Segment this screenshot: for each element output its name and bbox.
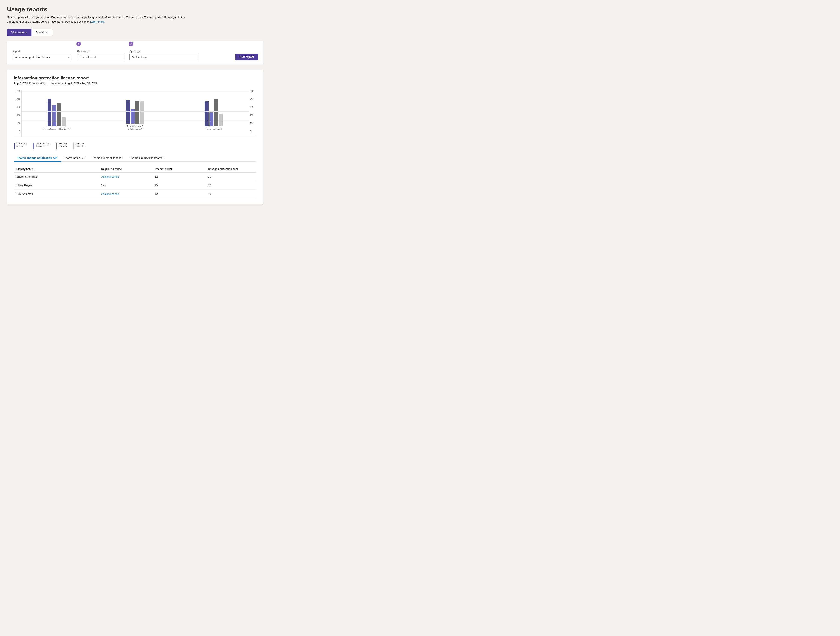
- sub-tab-patch-api[interactable]: Teams patch API: [61, 155, 89, 162]
- chart-legend: Users with licenseUsers without licenseS…: [14, 140, 256, 149]
- table-header: Display name ↓ Required license Attempt …: [14, 166, 256, 172]
- apps-input[interactable]: [129, 54, 198, 60]
- report-label: Report: [12, 50, 72, 53]
- legend-item-2: Seeded capacity: [56, 142, 67, 149]
- y-axis-left: 30k 24k 18k 12k 6k 0: [14, 90, 21, 137]
- legend-color-0: [14, 142, 14, 149]
- report-select-wrapper: Information protection license ⌄: [12, 54, 72, 60]
- bar-0-1: [52, 105, 56, 126]
- sub-tab-export-teams[interactable]: Teams export APIs (teams): [127, 155, 167, 162]
- date-range-label: Date range: [77, 50, 124, 53]
- apps-label: Apps: [129, 50, 135, 53]
- bars-row-1: [126, 89, 144, 124]
- cell-attempt-count-2: 12: [152, 189, 205, 198]
- cell-display-name-0: Babak Shammas: [14, 172, 99, 181]
- bar-0-2: [57, 103, 61, 126]
- cell-display-name-1: Hilary Reyes: [14, 181, 99, 189]
- report-card-title: Information protection license report: [14, 76, 256, 80]
- legend-item-1: Users without license: [33, 142, 50, 149]
- legend-color-3: [73, 142, 74, 149]
- bar-group-label-0: Teams change notification API: [42, 128, 71, 131]
- bar-2-2: [214, 99, 218, 126]
- cell-notification-sent-0: 10: [205, 172, 256, 181]
- report-date-range: Aug 1, 2021 - Aug 30, 2021: [65, 82, 97, 85]
- cell-required-license-1: Yes: [99, 181, 152, 189]
- table-header-row: Display name ↓ Required license Attempt …: [14, 166, 256, 172]
- sub-tab-change-notification[interactable]: Teams change notification API: [14, 155, 61, 162]
- date-range-group: 1 Date range: [77, 46, 124, 60]
- bar-0-3: [62, 117, 66, 126]
- legend-color-1: [33, 142, 34, 149]
- table-body: Babak ShammasAssign license1210Hilary Re…: [14, 172, 256, 198]
- bar-1-1: [131, 109, 134, 124]
- y-axis-right: 500 400 300 200 100 0: [249, 90, 256, 137]
- report-select[interactable]: Information protection license: [12, 54, 72, 60]
- legend-label-0: Users with license: [16, 142, 27, 147]
- bars-row-0: [47, 92, 66, 126]
- col-display-name: Display name ↓: [14, 166, 99, 172]
- sub-tab-export-chat[interactable]: Teams export APIs (chat): [88, 155, 126, 162]
- table-row: Babak ShammasAssign license1210: [14, 172, 256, 181]
- col-attempt-count: Attempt count: [152, 166, 205, 172]
- legend-item-0: Users with license: [14, 142, 27, 149]
- data-table: Display name ↓ Required license Attempt …: [14, 166, 256, 198]
- sort-arrow-icon: ↓: [35, 168, 36, 170]
- bar-group-1: Teams export API (chat + teams): [100, 89, 170, 131]
- cell-required-license-2: Assign license: [99, 189, 152, 198]
- cell-display-name-2: Roy Appleton: [14, 189, 99, 198]
- bar-group-label-1: Teams export API (chat + teams): [127, 125, 144, 131]
- form-row: Report Information protection license ⌄ …: [7, 41, 263, 65]
- learn-more-link[interactable]: Learn more: [90, 20, 104, 24]
- apps-group: 2 Apps i: [129, 46, 198, 60]
- chart-area: 30k 24k 18k 12k 6k 0 Teams change notifi…: [14, 90, 256, 137]
- cell-notification-sent-1: 10: [205, 181, 256, 189]
- assign-license-link-2[interactable]: Assign license: [101, 192, 119, 196]
- bar-1-0: [126, 100, 130, 124]
- cell-notification-sent-2: 10: [205, 189, 256, 198]
- step-2-badge: 2: [129, 41, 133, 46]
- page-description: Usage reports will help you create diffe…: [7, 16, 191, 24]
- bar-2-0: [205, 101, 208, 126]
- apps-info-icon[interactable]: i: [137, 50, 139, 53]
- bar-1-3: [140, 101, 144, 124]
- col-notification-sent: Change notification sent: [205, 166, 256, 172]
- bar-2-3: [219, 114, 223, 126]
- page-container: Usage reports Usage reports will help yo…: [0, 0, 270, 210]
- bar-2-1: [209, 112, 213, 126]
- legend-item-3: Utilized capacity: [73, 142, 84, 149]
- report-group: Report Information protection license ⌄: [12, 50, 72, 60]
- bar-group-0: Teams change notification API: [22, 92, 92, 131]
- cell-attempt-count-1: 13: [152, 181, 205, 189]
- legend-label-2: Seeded capacity: [59, 142, 67, 147]
- table-row: Roy AppletonAssign license1210: [14, 189, 256, 198]
- sub-tabs: Teams change notification APITeams patch…: [14, 155, 256, 162]
- table-row: Hilary ReyesYes1310: [14, 181, 256, 189]
- tab-view-reports[interactable]: View reports: [7, 29, 31, 36]
- cell-required-license-0: Assign license: [99, 172, 152, 181]
- date-range-input[interactable]: [77, 54, 124, 60]
- cell-attempt-count-0: 12: [152, 172, 205, 181]
- page-title: Usage reports: [7, 6, 263, 13]
- step-1-badge: 1: [76, 41, 81, 46]
- bar-1-2: [136, 101, 139, 124]
- report-card: Information protection license report Au…: [7, 69, 263, 204]
- assign-license-link-0[interactable]: Assign license: [101, 175, 119, 178]
- tab-bar: View reports Download: [7, 29, 263, 36]
- chart-inner: Teams change notification APITeams expor…: [21, 90, 249, 137]
- legend-color-2: [56, 142, 57, 149]
- run-report-button[interactable]: Run report: [235, 54, 258, 60]
- bar-0-0: [47, 99, 51, 126]
- legend-label-3: Utilized capacity: [76, 142, 84, 147]
- bar-group-label-2: Teams patch API: [205, 128, 222, 131]
- report-meta: Aug 7, 2021 11:59 am (PT) | Date range: …: [14, 82, 256, 85]
- bars-row-2: [205, 92, 223, 126]
- report-time: 11:59 am (PT): [29, 82, 45, 85]
- report-date: Aug 7, 2021: [14, 82, 28, 85]
- tab-download[interactable]: Download: [31, 29, 53, 36]
- col-required-license: Required license: [99, 166, 152, 172]
- bar-group-2: Teams patch API: [179, 92, 249, 131]
- legend-label-1: Users without license: [36, 142, 50, 147]
